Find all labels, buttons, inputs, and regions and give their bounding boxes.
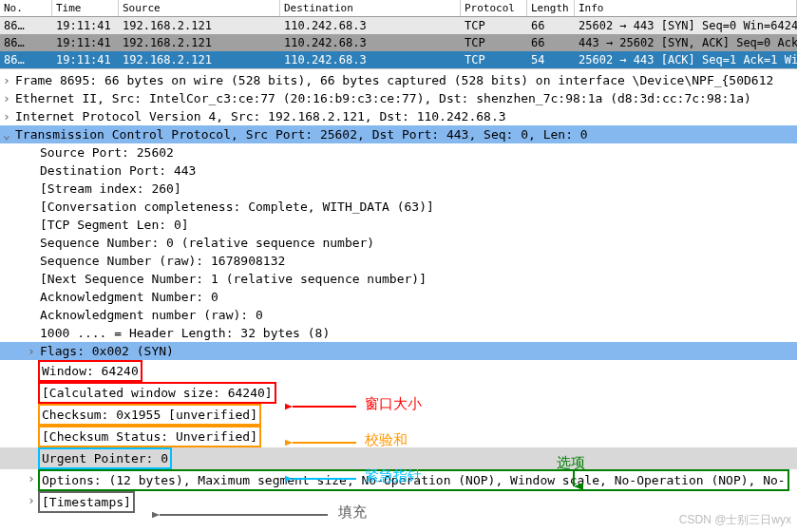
- arrow-orange-icon: [285, 433, 361, 452]
- cell-no: 86…: [0, 17, 52, 34]
- watermark: CSDN @士别三日wyx: [679, 512, 791, 528]
- col-dst-header[interactable]: Destination: [280, 0, 461, 16]
- expander-icon[interactable]: ›: [25, 491, 38, 509]
- tree-node-ack[interactable]: Acknowledgment Number: 0: [0, 288, 797, 306]
- expander-icon[interactable]: ›: [25, 469, 38, 487]
- cell-len: 66: [527, 34, 575, 51]
- arrow-cyan-icon: [285, 469, 361, 488]
- arrow-green-icon: [564, 469, 583, 496]
- tree-node-frame[interactable]: ›Frame 8695: 66 bytes on wire (528 bits)…: [0, 71, 797, 89]
- expander-icon[interactable]: ›: [0, 107, 13, 125]
- cell-dst: 110.242.68.3: [280, 34, 461, 51]
- annotation-checksum: 校验和: [365, 431, 408, 449]
- annotation-options: 选项: [557, 454, 585, 472]
- tree-node-timestamps[interactable]: ›[Timestamps]: [0, 491, 797, 513]
- arrow-gray-icon: [152, 505, 332, 524]
- cell-proto: TCP: [461, 51, 527, 68]
- cell-info: 25602 → 443 [SYN] Seq=0 Win=64240: [575, 17, 797, 34]
- cell-dst: 110.242.68.3: [280, 51, 461, 68]
- tree-node-ethernet[interactable]: ›Ethernet II, Src: IntelCor_c3:ce:77 (20…: [0, 89, 797, 107]
- table-row[interactable]: 86… 19:11:41 192.168.2.121 110.242.68.3 …: [0, 34, 797, 51]
- cell-proto: TCP: [461, 34, 527, 51]
- tree-node-urgent[interactable]: Urgent Pointer: 0: [0, 447, 797, 469]
- cell-src: 192.168.2.121: [119, 17, 280, 34]
- expander-icon[interactable]: ›: [0, 89, 13, 107]
- cell-time: 19:11:41: [52, 17, 119, 34]
- cell-len: 66: [527, 17, 575, 34]
- col-info-header[interactable]: Info: [575, 0, 797, 16]
- tree-node-tcp[interactable]: ⌄Transmission Control Protocol, Src Port…: [0, 125, 797, 143]
- tree-node-ip[interactable]: ›Internet Protocol Version 4, Src: 192.1…: [0, 107, 797, 125]
- table-row[interactable]: 86… 19:11:41 192.168.2.121 110.242.68.3 …: [0, 51, 797, 68]
- cell-no: 86…: [0, 34, 52, 51]
- tree-node-ackraw[interactable]: Acknowledgment number (raw): 0: [0, 306, 797, 324]
- col-proto-header[interactable]: Protocol: [461, 0, 527, 16]
- cell-dst: 110.242.68.3: [280, 17, 461, 34]
- cell-src: 192.168.2.121: [119, 51, 280, 68]
- expander-icon[interactable]: ⌄: [0, 125, 13, 143]
- tree-node-nextseq[interactable]: [Next Sequence Number: 1 (relative seque…: [0, 270, 797, 288]
- col-src-header[interactable]: Source: [119, 0, 280, 16]
- expander-icon[interactable]: ›: [0, 71, 13, 89]
- col-len-header[interactable]: Length: [527, 0, 575, 16]
- annotation-fill: 填充: [338, 504, 367, 522]
- tree-node-conversation[interactable]: [Conversation completeness: Complete, WI…: [0, 198, 797, 216]
- annotation-urgent: 紧急指针: [365, 467, 422, 485]
- cell-len: 54: [527, 51, 575, 68]
- col-time-header[interactable]: Time: [52, 0, 119, 16]
- col-no-header[interactable]: No.: [0, 0, 52, 16]
- cell-info: 443 → 25602 [SYN, ACK] Seq=0 Ack=: [575, 34, 797, 51]
- tree-node-seq[interactable]: Sequence Number: 0 (relative sequence nu…: [0, 234, 797, 252]
- tree-node-hlen[interactable]: 1000 .... = Header Length: 32 bytes (8): [0, 324, 797, 342]
- cell-src: 192.168.2.121: [119, 34, 280, 51]
- packet-list: No. Time Source Destination Protocol Len…: [0, 0, 797, 69]
- expander-icon[interactable]: ›: [25, 342, 38, 360]
- cell-proto: TCP: [461, 17, 527, 34]
- tree-node-src-port[interactable]: Source Port: 25602: [0, 143, 797, 162]
- tree-node-dst-port[interactable]: Destination Port: 443: [0, 162, 797, 180]
- annotation-window: 窗口大小: [365, 395, 422, 413]
- tree-node-window[interactable]: Window: 64240: [0, 360, 797, 382]
- table-row[interactable]: 86… 19:11:41 192.168.2.121 110.242.68.3 …: [0, 17, 797, 34]
- arrow-red-icon: [285, 397, 361, 416]
- cell-time: 19:11:41: [52, 34, 119, 51]
- tree-node-seqraw[interactable]: Sequence Number (raw): 1678908132: [0, 252, 797, 270]
- tree-node-stream[interactable]: [Stream index: 260]: [0, 180, 797, 198]
- packet-list-header: No. Time Source Destination Protocol Len…: [0, 0, 797, 17]
- cell-no: 86…: [0, 51, 52, 68]
- cell-info: 25602 → 443 [ACK] Seq=1 Ack=1 Win: [575, 51, 797, 68]
- tree-node-flags[interactable]: ›Flags: 0x002 (SYN): [0, 342, 797, 360]
- tree-node-seglen[interactable]: [TCP Segment Len: 0]: [0, 216, 797, 234]
- cell-time: 19:11:41: [52, 51, 119, 68]
